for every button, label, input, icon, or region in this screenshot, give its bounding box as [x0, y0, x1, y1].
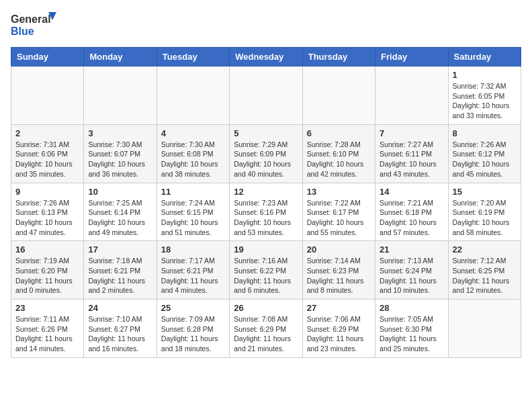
day-info: Sunrise: 7:24 AM Sunset: 6:15 PM Dayligh…: [161, 198, 225, 238]
day-info: Sunrise: 7:08 AM Sunset: 6:29 PM Dayligh…: [234, 314, 298, 354]
day-cell: 21Sunrise: 7:13 AM Sunset: 6:24 PM Dayli…: [375, 241, 448, 300]
calendar-table: SundayMondayTuesdayWednesdayThursdayFrid…: [11, 47, 521, 358]
day-number: 18: [161, 244, 225, 255]
day-number: 16: [15, 244, 79, 255]
day-info: Sunrise: 7:21 AM Sunset: 6:18 PM Dayligh…: [380, 198, 443, 238]
day-number: 25: [161, 303, 225, 313]
day-number: 12: [234, 187, 298, 197]
day-number: 26: [234, 303, 298, 313]
day-info: Sunrise: 7:16 AM Sunset: 6:22 PM Dayligh…: [234, 256, 298, 295]
day-header-thursday: Thursday: [302, 48, 375, 66]
day-cell: 28Sunrise: 7:05 AM Sunset: 6:30 PM Dayli…: [375, 300, 448, 358]
week-row-4: 23Sunrise: 7:11 AM Sunset: 6:26 PM Dayli…: [11, 300, 521, 358]
day-info: Sunrise: 7:20 AM Sunset: 6:19 PM Dayligh…: [453, 198, 517, 238]
day-info: Sunrise: 7:29 AM Sunset: 6:09 PM Dayligh…: [234, 140, 298, 179]
day-header-sunday: Sunday: [11, 48, 84, 66]
logo: GeneralBlue: [11, 11, 58, 40]
day-number: 15: [453, 187, 517, 197]
svg-text:Blue: Blue: [11, 26, 34, 37]
day-cell: 13Sunrise: 7:22 AM Sunset: 6:17 PM Dayli…: [302, 183, 375, 241]
calendar-header-row: SundayMondayTuesdayWednesdayThursdayFrid…: [11, 48, 521, 66]
day-cell: 15Sunrise: 7:20 AM Sunset: 6:19 PM Dayli…: [448, 183, 521, 241]
day-info: Sunrise: 7:13 AM Sunset: 6:24 PM Dayligh…: [380, 256, 443, 295]
day-header-friday: Friday: [375, 48, 448, 66]
day-info: Sunrise: 7:22 AM Sunset: 6:17 PM Dayligh…: [307, 198, 371, 238]
week-row-0: 1Sunrise: 7:32 AM Sunset: 6:05 PM Daylig…: [11, 66, 521, 125]
day-header-tuesday: Tuesday: [157, 48, 229, 66]
day-info: Sunrise: 7:28 AM Sunset: 6:10 PM Dayligh…: [307, 140, 371, 179]
day-info: Sunrise: 7:23 AM Sunset: 6:16 PM Dayligh…: [234, 198, 298, 238]
day-info: Sunrise: 7:30 AM Sunset: 6:08 PM Dayligh…: [161, 140, 225, 179]
day-info: Sunrise: 7:18 AM Sunset: 6:21 PM Dayligh…: [88, 256, 152, 295]
day-header-wednesday: Wednesday: [230, 48, 302, 66]
day-number: 13: [307, 187, 371, 197]
day-info: Sunrise: 7:09 AM Sunset: 6:28 PM Dayligh…: [161, 314, 225, 354]
day-number: 20: [307, 244, 371, 255]
day-cell: 5Sunrise: 7:29 AM Sunset: 6:09 PM Daylig…: [230, 124, 302, 183]
day-cell: 14Sunrise: 7:21 AM Sunset: 6:18 PM Dayli…: [375, 183, 448, 241]
day-cell: 7Sunrise: 7:27 AM Sunset: 6:11 PM Daylig…: [375, 124, 448, 183]
day-info: Sunrise: 7:27 AM Sunset: 6:11 PM Dayligh…: [380, 140, 443, 179]
day-number: 24: [88, 303, 152, 313]
day-info: Sunrise: 7:17 AM Sunset: 6:21 PM Dayligh…: [161, 256, 225, 295]
day-number: 14: [380, 187, 443, 197]
day-cell: 19Sunrise: 7:16 AM Sunset: 6:22 PM Dayli…: [230, 241, 302, 300]
day-cell: 10Sunrise: 7:25 AM Sunset: 6:14 PM Dayli…: [84, 183, 157, 241]
day-number: 6: [307, 128, 371, 138]
svg-text:General: General: [11, 13, 51, 25]
day-info: Sunrise: 7:05 AM Sunset: 6:30 PM Dayligh…: [380, 314, 443, 354]
day-number: 2: [15, 128, 79, 138]
day-cell: [375, 66, 448, 125]
week-row-3: 16Sunrise: 7:19 AM Sunset: 6:20 PM Dayli…: [11, 241, 521, 300]
day-info: Sunrise: 7:25 AM Sunset: 6:14 PM Dayligh…: [88, 198, 152, 238]
page-header: GeneralBlue: [11, 11, 521, 40]
day-cell: 2Sunrise: 7:31 AM Sunset: 6:06 PM Daylig…: [11, 124, 84, 183]
day-info: Sunrise: 7:30 AM Sunset: 6:07 PM Dayligh…: [88, 140, 152, 179]
day-cell: 11Sunrise: 7:24 AM Sunset: 6:15 PM Dayli…: [157, 183, 229, 241]
day-cell: 22Sunrise: 7:12 AM Sunset: 6:25 PM Dayli…: [448, 241, 521, 300]
day-info: Sunrise: 7:14 AM Sunset: 6:23 PM Dayligh…: [307, 256, 371, 295]
day-cell: 27Sunrise: 7:06 AM Sunset: 6:29 PM Dayli…: [302, 300, 375, 358]
day-number: 11: [161, 187, 225, 197]
day-cell: 18Sunrise: 7:17 AM Sunset: 6:21 PM Dayli…: [157, 241, 229, 300]
day-number: 21: [380, 244, 443, 255]
day-cell: 6Sunrise: 7:28 AM Sunset: 6:10 PM Daylig…: [302, 124, 375, 183]
day-cell: 4Sunrise: 7:30 AM Sunset: 6:08 PM Daylig…: [157, 124, 229, 183]
day-number: 1: [453, 70, 517, 80]
day-number: 8: [453, 128, 517, 138]
day-cell: [157, 66, 229, 125]
day-info: Sunrise: 7:06 AM Sunset: 6:29 PM Dayligh…: [307, 314, 371, 354]
day-cell: 25Sunrise: 7:09 AM Sunset: 6:28 PM Dayli…: [157, 300, 229, 358]
day-info: Sunrise: 7:32 AM Sunset: 6:05 PM Dayligh…: [453, 81, 517, 121]
day-info: Sunrise: 7:12 AM Sunset: 6:25 PM Dayligh…: [453, 256, 517, 295]
day-cell: [302, 66, 375, 125]
week-row-2: 9Sunrise: 7:26 AM Sunset: 6:13 PM Daylig…: [11, 183, 521, 241]
day-cell: [11, 66, 84, 125]
day-number: 22: [453, 244, 517, 255]
day-cell: 23Sunrise: 7:11 AM Sunset: 6:26 PM Dayli…: [11, 300, 84, 358]
day-info: Sunrise: 7:19 AM Sunset: 6:20 PM Dayligh…: [15, 256, 79, 295]
day-header-monday: Monday: [84, 48, 157, 66]
day-cell: [230, 66, 302, 125]
logo-icon: GeneralBlue: [11, 11, 58, 40]
day-info: Sunrise: 7:31 AM Sunset: 6:06 PM Dayligh…: [15, 140, 79, 179]
day-number: 28: [380, 303, 443, 313]
day-info: Sunrise: 7:10 AM Sunset: 6:27 PM Dayligh…: [88, 314, 152, 354]
day-number: 10: [88, 187, 152, 197]
week-row-1: 2Sunrise: 7:31 AM Sunset: 6:06 PM Daylig…: [11, 124, 521, 183]
day-info: Sunrise: 7:26 AM Sunset: 6:13 PM Dayligh…: [15, 198, 79, 238]
day-number: 4: [161, 128, 225, 138]
day-number: 23: [15, 303, 79, 313]
day-number: 19: [234, 244, 298, 255]
day-number: 5: [234, 128, 298, 138]
day-cell: 17Sunrise: 7:18 AM Sunset: 6:21 PM Dayli…: [84, 241, 157, 300]
day-cell: 26Sunrise: 7:08 AM Sunset: 6:29 PM Dayli…: [230, 300, 302, 358]
day-cell: 24Sunrise: 7:10 AM Sunset: 6:27 PM Dayli…: [84, 300, 157, 358]
day-info: Sunrise: 7:11 AM Sunset: 6:26 PM Dayligh…: [15, 314, 79, 354]
day-cell: 8Sunrise: 7:26 AM Sunset: 6:12 PM Daylig…: [448, 124, 521, 183]
day-cell: 3Sunrise: 7:30 AM Sunset: 6:07 PM Daylig…: [84, 124, 157, 183]
day-header-saturday: Saturday: [448, 48, 521, 66]
day-cell: 20Sunrise: 7:14 AM Sunset: 6:23 PM Dayli…: [302, 241, 375, 300]
day-cell: 16Sunrise: 7:19 AM Sunset: 6:20 PM Dayli…: [11, 241, 84, 300]
day-cell: 9Sunrise: 7:26 AM Sunset: 6:13 PM Daylig…: [11, 183, 84, 241]
